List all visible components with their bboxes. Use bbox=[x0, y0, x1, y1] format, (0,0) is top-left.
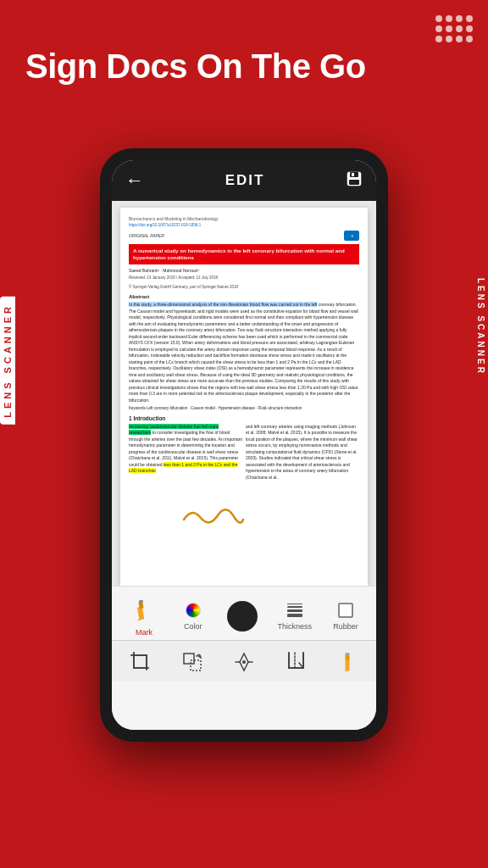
abstract-highlight: In this study, a three-dimensional analy… bbox=[129, 302, 317, 307]
bottom-toolbar: Mark Color bbox=[112, 586, 376, 730]
mark-label: Mark bbox=[136, 628, 152, 637]
section1-title: 1 Introduction bbox=[129, 415, 359, 422]
svg-rect-15 bbox=[345, 653, 349, 655]
mark-icon bbox=[129, 595, 159, 626]
document-area: Biomechanics and Modeling in Mechanobiol… bbox=[112, 201, 376, 586]
phone-shell: ← EDIT Biomechanics and Modeling in Mech… bbox=[100, 148, 388, 742]
thickness-label: Thickness bbox=[278, 622, 313, 631]
side-label-left: LENS SCANNER bbox=[0, 297, 15, 425]
signature-squiggle bbox=[180, 503, 247, 528]
intro-left-col: Increasing cardiovascular disease has le… bbox=[129, 424, 242, 481]
phone-topbar: ← EDIT bbox=[112, 160, 376, 201]
svg-rect-10 bbox=[191, 660, 201, 670]
color-circle-icon bbox=[227, 601, 258, 632]
side-label-right: LENS SCANNER bbox=[474, 271, 488, 382]
phone-screen: ← EDIT Biomechanics and Modeling in Mech… bbox=[112, 160, 376, 730]
hero-title: Sign Docs On The Go bbox=[25, 47, 366, 86]
rubber-tool[interactable]: Rubber bbox=[332, 601, 359, 631]
mark-tool[interactable]: Mark bbox=[129, 595, 159, 637]
publisher-info: © Springer-Verlag GmbH Germany, part of … bbox=[129, 285, 359, 290]
authors: Saeed Bahrami¹ · Mahmood Norouzi¹ bbox=[129, 268, 359, 274]
received-date: Received: 13 January 2018 / Accepted: 12… bbox=[129, 275, 359, 281]
abstract-title: Abstract bbox=[129, 293, 359, 300]
intro-right-col: and left coronary arteries using imaging… bbox=[246, 424, 359, 481]
back-button[interactable]: ← bbox=[125, 170, 144, 192]
svg-rect-8 bbox=[134, 655, 147, 668]
color-label: Color bbox=[184, 622, 202, 631]
pen-button[interactable] bbox=[228, 646, 260, 678]
doc-doi: https://doi.org/10.1007/s10237-018-1056-… bbox=[129, 223, 359, 228]
thickness-icon bbox=[281, 601, 308, 620]
rubber-icon bbox=[332, 601, 359, 620]
original-paper-label: ORIGINAL PAPER bbox=[129, 233, 164, 239]
crossmark-logo: ✕ bbox=[344, 231, 359, 241]
original-paper-header: ORIGINAL PAPER ✕ bbox=[129, 231, 359, 241]
journal-title: Biomechanics and Modeling in Mechanobiol… bbox=[129, 216, 359, 222]
save-button[interactable] bbox=[346, 170, 363, 192]
svg-rect-14 bbox=[345, 654, 349, 660]
cut-button[interactable] bbox=[280, 646, 312, 678]
rotate-button[interactable] bbox=[176, 646, 208, 678]
svg-rect-9 bbox=[184, 654, 194, 664]
color-tool[interactable]: Color bbox=[180, 601, 207, 631]
phone-mockup: ← EDIT Biomechanics and Modeling in Mech… bbox=[100, 148, 388, 742]
abstract-body: In this study, a three-dimensional analy… bbox=[129, 302, 359, 403]
bottom-action-row bbox=[112, 640, 376, 682]
pencil-button[interactable] bbox=[331, 646, 363, 678]
color-icon bbox=[180, 601, 207, 620]
rubber-label: Rubber bbox=[333, 622, 358, 631]
svg-rect-2 bbox=[352, 173, 354, 176]
keywords: Keywords Left coronary bifurcation · Cas… bbox=[129, 406, 359, 411]
crop-button[interactable] bbox=[125, 646, 157, 678]
active-color-circle[interactable] bbox=[227, 601, 258, 632]
paper-title: A numerical study on hemodynamics in the… bbox=[129, 244, 359, 264]
svg-rect-13 bbox=[345, 659, 349, 670]
tool-icons-row: Mark Color bbox=[112, 587, 376, 640]
thickness-tool[interactable]: Thickness bbox=[278, 601, 313, 631]
svg-point-11 bbox=[242, 660, 246, 664]
topbar-title: EDIT bbox=[225, 172, 265, 189]
svg-rect-3 bbox=[349, 180, 359, 185]
grid-dots-decoration bbox=[435, 15, 473, 42]
document-page: Biomechanics and Modeling in Mechanobiol… bbox=[120, 208, 368, 586]
introduction-columns: Increasing cardiovascular disease has le… bbox=[129, 424, 359, 481]
